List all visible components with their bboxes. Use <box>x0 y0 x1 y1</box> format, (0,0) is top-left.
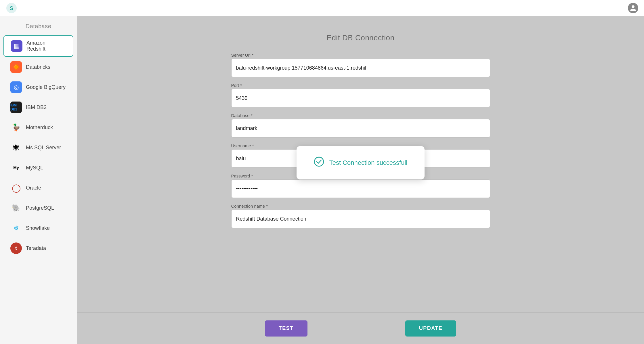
sidebar-item-amazon-redshift[interactable]: ▦Amazon Redshift <box>3 35 73 57</box>
form-group-database: Database * <box>231 113 490 137</box>
sidebar-item-google-bigquery[interactable]: ◎Google BigQuery <box>3 77 73 97</box>
sidebar-item-label-teradata: Teradata <box>26 245 46 251</box>
form-title: Edit DB Connection <box>231 33 490 42</box>
bottom-bar: TEST UPDATE <box>77 312 644 344</box>
label-port: Port * <box>231 83 490 88</box>
label-database: Database * <box>231 113 490 118</box>
app-logo: S <box>6 2 17 14</box>
toast-message: Test Connection successfull <box>329 159 407 167</box>
sidebar-item-label-snowflake: Snowflake <box>26 225 50 231</box>
oracle-icon: ◯ <box>10 182 22 194</box>
ms-sql-server-icon: 🕷 <box>10 142 22 153</box>
ibm-db2-icon: IBM DB2 <box>10 102 22 113</box>
sidebar-item-label-ms-sql-server: Ms SQL Server <box>26 145 61 151</box>
topbar: S <box>0 0 644 16</box>
sidebar-item-label-amazon-redshift: Amazon Redshift <box>26 40 66 52</box>
toast-popup: Test Connection successfull <box>297 146 425 179</box>
label-server-url: Server Url * <box>231 53 490 58</box>
sidebar-item-motherduck[interactable]: 🦆Motherduck <box>3 118 73 137</box>
sidebar-item-label-oracle: Oracle <box>26 185 41 191</box>
form-group-port: Port * <box>231 83 490 107</box>
sidebar-item-ibm-db2[interactable]: IBM DB2IBM DB2 <box>3 98 73 117</box>
teradata-icon: t <box>10 242 22 254</box>
sidebar-item-label-databricks: Databricks <box>26 64 50 70</box>
test-button[interactable]: TEST <box>265 320 307 337</box>
sidebar-title: Database <box>0 23 77 30</box>
sidebar-item-mysql[interactable]: MyMySQL <box>3 158 73 177</box>
sidebar-item-ms-sql-server[interactable]: 🕷Ms SQL Server <box>3 138 73 157</box>
amazon-redshift-icon: ▦ <box>11 40 22 52</box>
form-group-connection-name: Connection name * <box>231 204 490 228</box>
content-area: Edit DB Connection Server Url *Port *Dat… <box>77 16 644 344</box>
mysql-icon: My <box>10 162 22 173</box>
sidebar-item-label-ibm-db2: IBM DB2 <box>26 104 47 110</box>
sidebar-item-databricks[interactable]: 🔶Databricks <box>3 57 73 77</box>
snowflake-icon: ❄ <box>10 222 22 234</box>
input-password[interactable] <box>231 179 490 198</box>
form-group-server-url: Server Url * <box>231 53 490 77</box>
sidebar-item-postgresql[interactable]: 🐘PostgreSQL <box>3 198 73 218</box>
input-server-url[interactable] <box>231 59 490 77</box>
main-layout: Database ▦Amazon Redshift🔶Databricks◎Goo… <box>0 16 644 344</box>
postgresql-icon: 🐘 <box>10 202 22 214</box>
sidebar-item-teradata[interactable]: tTeradata <box>3 238 73 258</box>
databricks-icon: 🔶 <box>10 61 22 73</box>
sidebar-item-oracle[interactable]: ◯Oracle <box>3 178 73 198</box>
input-port[interactable] <box>231 89 490 107</box>
sidebar: Database ▦Amazon Redshift🔶Databricks◎Goo… <box>0 16 77 344</box>
sidebar-item-snowflake[interactable]: ❄Snowflake <box>3 218 73 238</box>
input-database[interactable] <box>231 119 490 137</box>
update-button[interactable]: UPDATE <box>405 320 456 337</box>
sidebar-item-label-mysql: MySQL <box>26 165 43 171</box>
toast-success-icon <box>314 156 324 169</box>
user-avatar[interactable] <box>628 3 638 13</box>
svg-text:S: S <box>10 5 13 11</box>
google-bigquery-icon: ◎ <box>10 81 22 93</box>
motherduck-icon: 🦆 <box>10 122 22 133</box>
sidebar-item-label-postgresql: PostgreSQL <box>26 205 54 211</box>
sidebar-item-label-google-bigquery: Google BigQuery <box>26 84 66 90</box>
label-connection-name: Connection name * <box>231 204 490 209</box>
form-container: Edit DB Connection Server Url *Port *Dat… <box>231 16 490 268</box>
sidebar-item-label-motherduck: Motherduck <box>26 125 53 131</box>
input-connection-name[interactable] <box>231 210 490 228</box>
